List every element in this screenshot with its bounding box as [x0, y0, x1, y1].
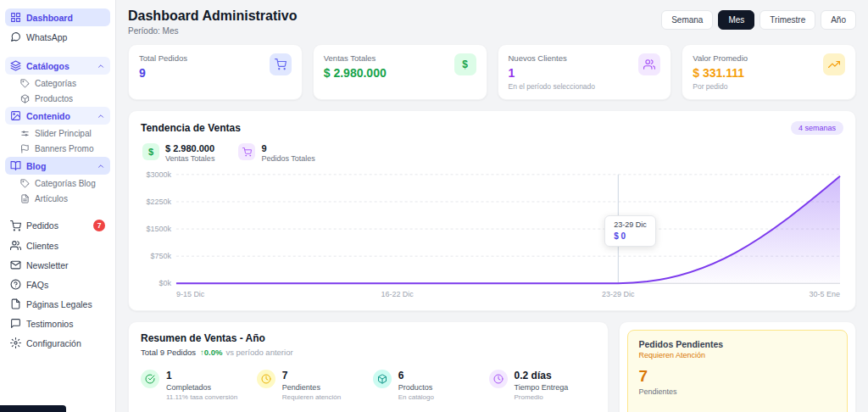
- sales-summary-card: Resumen de Ventas - Año Total 9 Pedidos↑…: [128, 321, 609, 412]
- stat-label: Nuevos Clientes: [509, 53, 596, 63]
- box-icon: [373, 370, 392, 388]
- tag-icon: [20, 179, 30, 188]
- flag-icon: [20, 144, 30, 153]
- sidebar: Dashboard WhatsApp Catálogos Categorías …: [0, 0, 116, 412]
- sidebar-section-catalogos[interactable]: Catálogos: [5, 57, 110, 75]
- main-content: Dashboard Administrativo Período: Mes Se…: [116, 0, 868, 412]
- check-circle-icon: [141, 370, 159, 388]
- sidebar-section-blog[interactable]: Blog: [5, 157, 110, 175]
- summary-item-note: 11.11% tasa conversión: [166, 393, 237, 401]
- legend-value: $ 2.980.000: [165, 143, 214, 153]
- mail-icon: [10, 259, 21, 270]
- chart-legend: $ $ 2.980.000 Ventas Totales 9 Pedidos T…: [142, 143, 843, 163]
- summary-item-pendientes: 7 Pendientes Requieren atención: [257, 370, 364, 401]
- clock-icon: [489, 370, 508, 388]
- layers-icon: [10, 60, 21, 71]
- sidebar-footer-bar: [0, 405, 66, 412]
- sidebar-item-label: FAQs: [26, 280, 48, 290]
- chevron-up-icon: [97, 62, 105, 70]
- summary-item-label: Tiempo Entrega: [515, 383, 569, 392]
- sidebar-item-label: Categorías: [35, 79, 76, 88]
- sidebar-item-categorias[interactable]: Categorías: [15, 76, 110, 90]
- summary-item-note: Requieren atención: [282, 393, 341, 401]
- sidebar-item-categorias-blog[interactable]: Categorías Blog: [15, 176, 110, 190]
- sidebar-item-label: WhatsApp: [26, 32, 67, 42]
- sidebar-item-configuracion[interactable]: Configuración: [5, 334, 110, 352]
- svg-text:$2250k: $2250k: [147, 198, 172, 206]
- stat-sub: En el período seleccionado: [509, 82, 596, 91]
- sidebar-item-slider-principal[interactable]: Slider Principal: [15, 126, 110, 140]
- sidebar-item-banners-promo[interactable]: Banners Promo: [15, 142, 110, 155]
- summary-item-tiempo-entrega: 0.2 días Tiempo Entrega Promedio: [489, 370, 597, 401]
- sidebar-item-label: Contenido: [26, 111, 70, 121]
- summary-delta: ↑0.0%: [200, 348, 222, 357]
- legend-label: Pedidos Totales: [261, 154, 314, 163]
- trend-icon: [823, 53, 845, 75]
- cart-icon: [270, 53, 292, 75]
- svg-text:$3000k: $3000k: [147, 170, 172, 179]
- sales-trend-chart[interactable]: $3000k $2250k $1500k $750k $0k 9-15 Dic …: [141, 166, 843, 300]
- stat-value: $ 2.980.000: [324, 66, 387, 80]
- summary-vs-label: vs período anterior: [225, 348, 292, 357]
- summary-title: Resumen de Ventas - Año: [141, 332, 596, 344]
- summary-subtitle: Total 9 Pedidos↑0.0%vs período anterior: [141, 348, 596, 357]
- stat-value: $ 331.111: [693, 66, 748, 80]
- sidebar-item-pedidos[interactable]: Pedidos 7: [5, 216, 110, 235]
- svg-text:$1500k: $1500k: [147, 225, 172, 233]
- sidebar-item-whatsapp[interactable]: WhatsApp: [5, 28, 110, 46]
- range-button-trimestre[interactable]: Trimestre: [760, 10, 815, 30]
- gridlines: [176, 175, 840, 256]
- sidebar-item-label: Configuración: [26, 338, 81, 348]
- legend-item-pedidos: 9 Pedidos Totales: [238, 143, 314, 163]
- bottom-row: Resumen de Ventas - Año Total 9 Pedidos↑…: [128, 321, 856, 412]
- summary-item-note: En catálogo: [398, 393, 434, 401]
- sidebar-item-label: Blog: [26, 161, 46, 171]
- sidebar-item-articulos[interactable]: Artículos: [15, 192, 110, 205]
- image-icon: [10, 110, 21, 121]
- stat-label: Total Pedidos: [139, 53, 187, 63]
- sidebar-item-newsletter[interactable]: Newsletter: [5, 256, 110, 274]
- sidebar-section-contenido[interactable]: Contenido: [5, 107, 110, 125]
- stat-card-total-pedidos: Total Pedidos 9: [128, 44, 303, 100]
- chart-title: Tendencia de Ventas: [141, 122, 241, 134]
- range-button-mes[interactable]: Mes: [718, 10, 754, 30]
- sidebar-item-clientes[interactable]: Clientes: [5, 237, 110, 254]
- sidebar-item-paginas-legales[interactable]: Páginas Legales: [5, 295, 110, 313]
- summary-item-label: Pendientes: [282, 383, 341, 392]
- sidebar-item-label: Banners Promo: [35, 144, 93, 153]
- summary-item-value: 0.2 días: [515, 370, 569, 381]
- gear-icon: [10, 337, 21, 348]
- sidebar-item-label: Catálogos: [26, 61, 70, 71]
- sidebar-item-productos[interactable]: Productos: [15, 92, 110, 105]
- range-button-semana[interactable]: Semana: [661, 10, 713, 30]
- message-square-icon: [10, 318, 21, 329]
- chat-icon: [10, 31, 21, 42]
- summary-item-productos: 6 Productos En catálogo: [373, 370, 481, 401]
- sidebar-item-testimonios[interactable]: Testimonios: [5, 315, 110, 332]
- dollar-icon: $: [454, 53, 476, 75]
- sidebar-item-label: Slider Principal: [35, 129, 92, 138]
- sidebar-item-label: Artículos: [35, 194, 68, 203]
- pending-orders-card: Pedidos Pendientes Requieren Atención 7 …: [619, 321, 856, 412]
- sidebar-spacer: [0, 47, 115, 55]
- stat-sub: Por pedido: [693, 82, 748, 91]
- range-button-ano[interactable]: Año: [821, 10, 856, 30]
- chevron-up-icon: [97, 162, 105, 170]
- file-text-icon: [20, 194, 30, 203]
- pending-label: Pendientes: [638, 387, 837, 396]
- users-icon: [638, 53, 660, 75]
- pending-title: Pedidos Pendientes: [638, 339, 837, 349]
- help-circle-icon: [10, 279, 21, 290]
- box-icon: [20, 94, 30, 103]
- summary-item-value: 6: [398, 370, 434, 381]
- stat-card-nuevos-clientes: Nuevos Clientes 1 En el período seleccio…: [498, 44, 672, 100]
- sidebar-item-label: Pedidos: [26, 220, 58, 231]
- sidebar-item-faqs[interactable]: FAQs: [5, 276, 110, 293]
- chart-area[interactable]: $3000k $2250k $1500k $750k $0k 9-15 Dic …: [141, 166, 843, 300]
- range-toggle-group: Semana Mes Trimestre Año: [661, 10, 856, 30]
- period-subtitle: Período: Mes: [128, 26, 297, 36]
- stat-value: 9: [139, 66, 187, 80]
- stat-cards-row: Total Pedidos 9 Ventas Totales $ 2.980.0…: [128, 44, 856, 100]
- sidebar-item-dashboard[interactable]: Dashboard: [5, 8, 110, 26]
- summary-item-completados: 1 Completados 11.11% tasa conversión: [141, 370, 248, 401]
